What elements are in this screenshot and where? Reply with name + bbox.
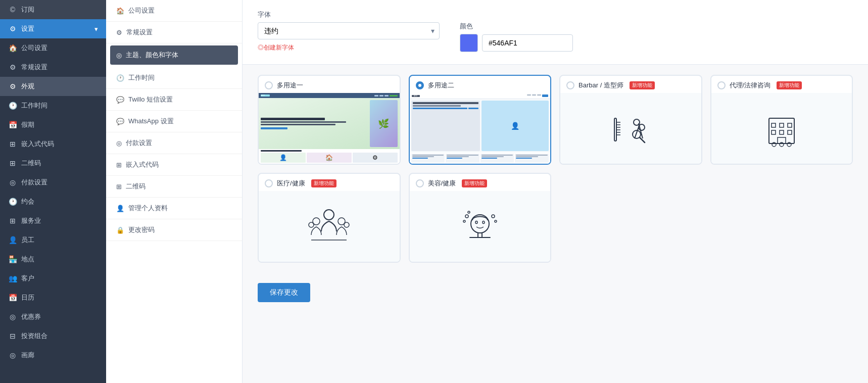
svg-rect-18 (780, 130, 784, 134)
theme-card-header: 多用途一 (259, 76, 400, 93)
color-input[interactable] (482, 34, 573, 52)
svg-point-36 (492, 215, 495, 218)
theme-card-agency[interactable]: 代理/法律咨询 新增功能 (710, 75, 853, 165)
theme-card-medical[interactable]: 医疗/健康 新增功能 (258, 173, 401, 263)
theme-card-multipurpose2[interactable]: 多用途二 AEIO (409, 75, 552, 165)
calendar-icon: 📅 (8, 121, 17, 129)
location-icon: 🏪 (8, 255, 17, 263)
font-select[interactable]: 违约 (258, 22, 440, 39)
general-settings-icon: ⚙ (116, 29, 122, 36)
theme-name-agency: 代理/法律咨询 (730, 81, 771, 90)
coupon-icon: ◎ (8, 313, 17, 321)
subpanel-item-twilio[interactable]: 💬 Twillo 短信设置 (106, 89, 242, 111)
themes-section: 多用途一 AEIO (243, 65, 868, 273)
main-content: 字体 违约 ▾ ◎创建新字体 颜色 (243, 0, 868, 383)
sidebar-item-coupons[interactable]: ◎ 优惠券 (0, 307, 106, 326)
svg-rect-0 (614, 118, 616, 141)
sidebar-item-company[interactable]: 🏠 公司设置 (0, 38, 106, 58)
theme-name-medical: 医疗/健康 (277, 179, 305, 188)
portfolio-icon: ⊟ (8, 332, 17, 340)
theme-preview-agency (711, 93, 852, 164)
customers-icon: 👥 (8, 274, 17, 282)
theme-card-beauty[interactable]: 美容/健康 新增功能 (409, 173, 552, 263)
color-swatch[interactable] (460, 34, 478, 52)
sidebar-item-services[interactable]: ⊞ 服务业 (0, 211, 106, 230)
subpanel-item-whatsapp[interactable]: 💬 WhatsApp 设置 (106, 111, 242, 132)
new-badge-agency: 新增功能 (777, 81, 802, 89)
theme-card-multipurpose1[interactable]: 多用途一 AEIO (258, 75, 401, 165)
svg-rect-14 (771, 123, 776, 127)
sidebar-item-holidays[interactable]: 📅 假期 (0, 115, 106, 134)
color-field-group: 颜色 (460, 22, 573, 52)
sidebar-item-payment[interactable]: ◎ 付款设置 (0, 173, 106, 192)
create-font-link[interactable]: ◎创建新字体 (258, 43, 440, 52)
new-badge-beauty: 新增功能 (462, 179, 487, 187)
theme-card-barbar[interactable]: Barbar / 造型师 新增功能 (559, 75, 702, 165)
svg-point-32 (483, 221, 485, 224)
twilio-icon: 💬 (116, 96, 124, 104)
appt-icon: 🕐 (8, 198, 17, 206)
subpanel-item-qr[interactable]: ⊞ 二维码 (106, 176, 242, 198)
subpanel-item-company[interactable]: 🏠 公司设置 (106, 0, 242, 22)
theme-icon: ◎ (116, 52, 122, 59)
staff-icon: 👤 (8, 236, 17, 244)
sidebar: © 订阅 ⚙ 设置 ▾ 🏠 公司设置 ⚙ 常规设置 ⚙ 外观 🕐 工作时间 📅 … (0, 0, 106, 383)
color-label: 颜色 (460, 22, 573, 31)
radio-multipurpose1 (265, 81, 273, 89)
subpanel-item-workhours[interactable]: 🕐 工作时间 (106, 67, 242, 89)
save-section: 保存更改 (243, 273, 868, 312)
radio-barbar (566, 81, 574, 89)
theme-card-header4: 代理/法律咨询 新增功能 (711, 76, 852, 93)
subpanel-item-password[interactable]: 🔒 更改密码 (106, 219, 242, 241)
theme-name-beauty: 美容/健康 (428, 179, 456, 188)
medical-icon-container (259, 191, 400, 262)
subpanel-item-embed[interactable]: ⊞ 嵌入式代码 (106, 154, 242, 176)
subpanel-item-theme[interactable]: ◎ 主题、颜色和字体 (110, 45, 238, 65)
sidebar-item-gallery[interactable]: ◎ 画廊 (0, 346, 106, 365)
sidebar-item-locations[interactable]: 🏪 地点 (0, 250, 106, 269)
new-badge-medical: 新增功能 (311, 179, 336, 187)
svg-rect-13 (769, 118, 794, 143)
svg-point-34 (463, 220, 465, 222)
whatsapp-icon: 💬 (116, 118, 124, 125)
chevron-down-icon: ▾ (94, 25, 98, 33)
qr2-icon: ⊞ (116, 183, 122, 190)
subscription-icon: © (8, 6, 17, 14)
cal-icon: 📅 (8, 294, 17, 302)
embed-icon: ⊞ (8, 140, 17, 148)
theme-card-header6: 美容/健康 新增功能 (410, 174, 551, 191)
barbar-icon-container (560, 93, 701, 164)
general-icon: ⚙ (8, 63, 17, 71)
sidebar-item-calendar[interactable]: 📅 日历 (0, 288, 106, 307)
theme-name-barbar: Barbar / 造型师 (578, 81, 623, 90)
sidebar-item-customers[interactable]: 👥 客户 (0, 269, 106, 288)
medical-svg (306, 204, 352, 249)
svg-point-37 (495, 220, 497, 222)
sidebar-item-workhours[interactable]: 🕐 工作时间 (0, 96, 106, 115)
profile-icon: 👤 (116, 205, 124, 212)
subpanel-item-profile[interactable]: 👤 管理个人资料 (106, 198, 242, 219)
sidebar-item-general[interactable]: ⚙ 常规设置 (0, 58, 106, 77)
font-select-wrapper: 违约 ▾ (258, 22, 440, 39)
svg-point-30 (471, 215, 489, 233)
sidebar-item-staff[interactable]: 👤 员工 (0, 230, 106, 250)
svg-point-31 (475, 221, 477, 224)
radio-agency (717, 81, 726, 89)
sidebar-item-portfolio[interactable]: ⊟ 投资组合 (0, 326, 106, 346)
themes-grid: 多用途一 AEIO (258, 75, 853, 263)
theme-preview-medical (259, 191, 400, 262)
save-button[interactable]: 保存更改 (258, 283, 310, 302)
theme-preview-multipurpose2: AEIO (410, 93, 551, 164)
sidebar-item-qrcode[interactable]: ⊞ 二维码 (0, 154, 106, 173)
payment-icon: ◎ (8, 178, 17, 186)
sidebar-item-embed[interactable]: ⊞ 嵌入式代码 (0, 134, 106, 154)
embed2-icon: ⊞ (116, 161, 122, 169)
subpanel-item-payment[interactable]: ◎ 付款设置 (106, 132, 242, 154)
theme-preview-beauty (410, 191, 551, 262)
sidebar-item-appointments[interactable]: 🕐 约会 (0, 192, 106, 211)
sidebar-item-appearance[interactable]: ⚙ 外观 (0, 77, 106, 96)
subpanel-item-general[interactable]: ⚙ 常规设置 (106, 22, 242, 43)
sidebar-item-settings[interactable]: ⚙ 设置 ▾ (0, 19, 106, 38)
svg-rect-15 (780, 123, 784, 127)
sidebar-item-subscription[interactable]: © 订阅 (0, 0, 106, 19)
